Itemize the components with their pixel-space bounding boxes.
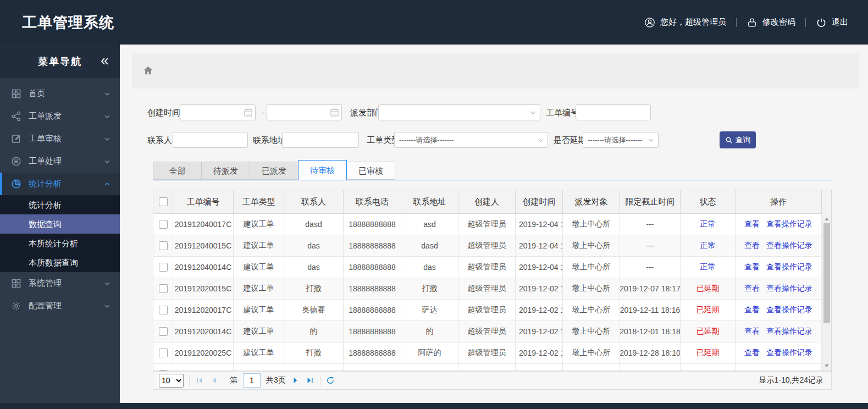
view-link[interactable]: 查看 xyxy=(744,241,760,251)
view-link[interactable]: 查看 xyxy=(744,262,760,272)
sidebar-item-config[interactable]: 配置管理 xyxy=(0,295,120,317)
row-checkbox[interactable] xyxy=(159,327,168,336)
tab-reviewed[interactable]: 已审核 xyxy=(346,162,395,180)
view-log-link[interactable]: 查看操作记录 xyxy=(766,327,812,336)
scroll-down-button[interactable] xyxy=(822,362,831,369)
user-greeting[interactable]: 您好，超级管理员 xyxy=(644,17,726,28)
row-checkbox-cell xyxy=(153,364,173,371)
view-log-link[interactable]: 查看操作记录 xyxy=(766,305,812,315)
tab-all[interactable]: 全部 xyxy=(153,162,202,180)
cell-dispatch-to: 墩上中心所 xyxy=(563,300,620,321)
cell-empty xyxy=(401,364,458,371)
sidebar-subitem-branch-data-query[interactable]: 本所数据查询 xyxy=(0,253,120,272)
cell-contact: 打撤 xyxy=(284,342,344,364)
sidebar-item-stats[interactable]: 统计分析 xyxy=(0,173,120,195)
contact-input[interactable] xyxy=(173,132,248,148)
next-page-button[interactable] xyxy=(291,376,300,385)
sidebar-item-home[interactable]: 首页 xyxy=(0,82,120,105)
cell-empty xyxy=(234,364,284,371)
table-scrollbar[interactable] xyxy=(822,214,831,371)
sidebar-item-order-process[interactable]: 工单处理 xyxy=(0,150,120,173)
view-link[interactable]: 查看 xyxy=(744,305,760,315)
sidebar-item-system[interactable]: 系统管理 xyxy=(0,272,120,295)
cell-contact: dasd xyxy=(284,214,344,235)
logout-button[interactable]: 退出 xyxy=(816,17,848,28)
row-checkbox-cell xyxy=(153,342,173,364)
header-checkbox-cell xyxy=(153,190,173,214)
cell-creator: 超级管理员 xyxy=(458,214,516,235)
row-checkbox[interactable] xyxy=(159,306,168,314)
order-no-input[interactable] xyxy=(576,104,651,120)
cell-address: asd xyxy=(401,214,458,235)
table-row: 201912040017C建议工单dasd18888888888asd超级管理员… xyxy=(153,214,822,235)
order-type-value: -------请选择------- xyxy=(399,135,454,145)
scrollbar-thumb[interactable] xyxy=(823,223,830,323)
tab-to-review[interactable]: 待审核 xyxy=(298,160,347,180)
cell-order-type: 建议工单 xyxy=(234,278,284,300)
cell-order-type: 建议工单 xyxy=(234,235,284,257)
select-all-checkbox[interactable] xyxy=(159,197,168,206)
cell-order-no: 201912020015C xyxy=(173,278,234,300)
cell-phone: 18888888888 xyxy=(344,300,401,321)
sidebar-subitem-stats-analysis[interactable]: 统计分析 xyxy=(0,195,120,214)
view-link[interactable]: 查看 xyxy=(744,348,760,358)
page-number-input[interactable] xyxy=(243,373,261,388)
cell-empty xyxy=(681,364,736,371)
is-delayed-select[interactable]: -------请选择------- xyxy=(583,132,659,148)
view-link[interactable]: 查看 xyxy=(744,219,760,229)
chevron-down-icon xyxy=(537,137,544,144)
cell-dispatch-to: 墩上中心所 xyxy=(563,342,620,364)
view-log-link[interactable]: 查看操作记录 xyxy=(766,284,812,294)
first-page-button[interactable] xyxy=(195,376,204,385)
row-checkbox[interactable] xyxy=(159,241,168,250)
last-page-button[interactable] xyxy=(306,376,314,385)
view-log-link[interactable]: 查看操作记录 xyxy=(766,219,812,229)
status-badge: 正常 xyxy=(681,257,736,278)
order-type-select[interactable]: -------请选择------- xyxy=(394,132,548,148)
records-summary: 显示1-10,共24记录 xyxy=(759,375,826,385)
prev-page-button[interactable] xyxy=(209,376,218,385)
sidebar-subitem-branch-stats[interactable]: 本所统计分析 xyxy=(0,234,120,253)
cell-empty xyxy=(563,364,620,371)
sidebar-collapse-icon[interactable] xyxy=(99,56,110,67)
page-size-select[interactable]: 10 xyxy=(159,374,184,388)
home-icon[interactable] xyxy=(142,64,154,77)
search-button[interactable]: 查询 xyxy=(720,131,756,148)
status-badge: 已延期 xyxy=(681,278,736,300)
process-icon xyxy=(11,156,21,167)
cell-created-at: 2019-12-02 16 xyxy=(516,278,563,300)
cell-contact: das xyxy=(284,235,344,257)
tab-to-dispatch[interactable]: 待派发 xyxy=(201,162,250,180)
row-checkbox[interactable] xyxy=(159,284,168,293)
cell-contact: 打撤 xyxy=(284,278,344,300)
row-checkbox[interactable] xyxy=(159,263,168,272)
sidebar-header: 菜单导航 xyxy=(0,45,120,78)
scroll-up-button[interactable] xyxy=(822,215,831,223)
table-row: 201912020017C建议工单奥德赛18888888888萨达超级管理员20… xyxy=(153,300,822,321)
view-link[interactable]: 查看 xyxy=(744,327,760,336)
cell-order-type: 建议工单 xyxy=(234,321,284,342)
calendar-icon[interactable] xyxy=(330,108,339,117)
dispatch-dept-select[interactable] xyxy=(378,104,540,120)
address-input[interactable] xyxy=(282,132,359,148)
is-delayed-label: 是否延期 xyxy=(554,132,587,148)
sidebar-item-order-review[interactable]: 工单审核 xyxy=(0,128,120,150)
sidebar-item-order-dispatch[interactable]: 工单派发 xyxy=(0,105,120,128)
calendar-icon[interactable] xyxy=(244,108,253,117)
refresh-button[interactable] xyxy=(326,376,335,385)
view-log-link[interactable]: 查看操作记录 xyxy=(766,241,812,251)
divider xyxy=(736,18,737,27)
cell-order-no: 201912020014C xyxy=(173,321,234,342)
row-checkbox[interactable] xyxy=(159,220,168,229)
cell-actions: 查看查看操作记录 xyxy=(736,214,822,235)
cell-creator: 超级管理员 xyxy=(458,235,516,257)
view-link[interactable]: 查看 xyxy=(744,284,760,294)
cell-creator: 超级管理员 xyxy=(458,278,516,300)
view-log-link[interactable]: 查看操作记录 xyxy=(766,262,812,272)
view-log-link[interactable]: 查看操作记录 xyxy=(766,348,812,358)
cell-created-at: 2019-12-02 17 xyxy=(516,342,563,364)
change-password-button[interactable]: 修改密码 xyxy=(747,17,795,28)
row-checkbox[interactable] xyxy=(159,349,168,357)
tab-dispatched[interactable]: 已派发 xyxy=(250,162,298,180)
sidebar-subitem-data-query[interactable]: 数据查询 xyxy=(0,214,120,234)
